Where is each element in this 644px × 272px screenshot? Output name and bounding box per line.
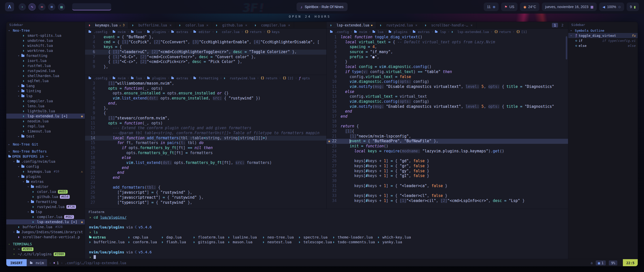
tabpage-2[interactable]: 2 [559,23,566,27]
workspace-button-terminal[interactable]: › [19,3,26,11]
line-number: 8 [327,70,341,75]
close-icon[interactable]: × [415,23,417,27]
date-chip[interactable]: jueves, noviembre 16, 2023 ▦ [542,3,597,11]
line-number: 20 [85,165,99,171]
weather-chip[interactable]: ◉ 24°C [520,3,539,11]
tree-item-shellharden-lua[interactable]: ◗shellharden.lua [6,73,85,78]
tree-item-sqlfmt-lua[interactable]: ◗sqlfmt.lua [6,78,85,83]
terminal-prompt-line: › [89,255,568,259]
tree-item-timeout-lua[interactable]: ◗timeout.lua [6,129,85,134]
folder-icon [89,77,91,79]
tree-item-compiler-lua[interactable]: ◗compiler.lua [6,98,85,104]
buffer-item-compiler-lua[interactable]: ◗compiler.lua#682 [6,214,85,219]
tab-scrollbar-handle[interactable]: ◗scrollbar-handle-…× [421,22,476,28]
tabpage-1[interactable]: 1 [552,23,558,27]
buffer-item-scrollbar-handle-vertical-p[interactable]: ◗scrollbar-handle-vertical.p [6,234,85,240]
tree-item-linting[interactable]: ▸linting [6,88,85,93]
tree-item-lang[interactable]: ▸lang [6,83,85,88]
buffer-item-formatting[interactable]: ▾formatting [6,199,85,204]
buffer-item-config[interactable]: ▾config [6,164,85,169]
updates-chip[interactable]: 11 ⊕ [484,3,499,11]
section-neo-tree-buffers[interactable]: ▾ Neo-Tree Buffers [6,149,85,154]
topbar-search-input[interactable] [72,3,111,10]
buffer-item-juegos-indies-steamlibrary-st[interactable]: ▾Juegos/Indies/SteamLibrary/st [6,229,85,234]
symbol-if[interactable]: ◇ifif type(config.vi [568,38,638,43]
tree-item-rustfmt-lua[interactable]: ◗rustfmt.lua [6,63,85,68]
line-number: 19 [327,124,341,129]
code-line: vim.list_extend(dst: opts.formatters_by_… [99,160,326,165]
buffer-item-rustywind-lua[interactable]: ◗rustywind.lua#726 [6,204,85,209]
scrollbar-handle[interactable] [566,36,567,59]
breadcrumb-separator-icon: › [109,30,111,33]
close-icon[interactable]: × [245,23,247,27]
breadcrumb-item-lua: lua [131,30,142,34]
tree-item-lens-lua[interactable]: ◗lens.lua [6,104,85,109]
tree-item-worktree-lua[interactable]: ◗worktree.lua [6,48,85,53]
music-note-icon: ♪ [301,5,303,9]
close-icon[interactable]: × [471,23,473,27]
battery-chip[interactable]: 9 ▮ [627,3,639,11]
tree-item-isort-lua[interactable]: ◗isort.lua [6,58,85,63]
buffer-item-editor[interactable]: ▾editor [6,184,85,189]
breadcrumb-separator-icon: › [295,76,297,80]
section-terminals[interactable]: › TERMINALS [6,242,85,247]
workspace-editor-icon: ✎ [31,5,33,9]
section-neo-tree-git[interactable]: ▸ Neo-Tree Git [6,142,85,147]
buffer-number-badge: #328 [54,225,64,229]
symbol-else[interactable]: ◇elseelse [568,43,638,48]
buffer-item-lsp[interactable]: ▾lsp [6,209,85,214]
terminals-list: ›~#2859›~/.c/n/l/plugins#3980 [6,247,85,257]
tab-rustywind-lua[interactable]: ◗rustywind.lua× [376,22,421,28]
tree-item-smart-splits-lua[interactable]: ◗smart-splits.lua [6,33,85,38]
buffer-item-extras[interactable]: ▾extras [6,179,85,184]
tab-lsp-extended-lua[interactable]: ◗lsp-extended.lua● [327,22,376,28]
workspace-button-notes[interactable]: ▤ [58,3,65,11]
breadcrumb-label: plugins [152,76,166,80]
tab-count-pill: ▦ 1 [596,260,606,265]
buffer-item-config-nvim-lua[interactable]: ▾.config/nvim/lua [6,159,85,164]
tree-item-rustywind-lua[interactable]: ◗rustywind.lua [6,68,85,73]
tree-item-formatting[interactable]: ▾formatting [6,53,85,58]
tree-item-test[interactable]: ▸test [6,134,85,139]
keyboard-layout-chip[interactable]: ⚑ US [501,3,517,11]
ls-entry-cmp-lua: ◗cmp.lua [128,235,162,240]
terminal-item-c-n-l-plugins[interactable]: ›~/.c/n/l/plugins#3980 [6,252,85,257]
close-icon[interactable]: × [288,23,290,27]
buffer-item-color-lua[interactable]: ◗color.lua#493 [6,189,85,194]
buffer-item-bufferline-lua[interactable]: ◗bufferline.lua#328 [6,224,85,229]
symbol-toggle-diag-virtext[interactable]: ▾ƒtoggle_diag_virtextfu [568,33,638,38]
workspace-button-editor[interactable]: ✎ [28,3,36,11]
app-launcher-button[interactable]: Λ [5,2,14,11]
folder-icon [354,31,357,33]
tree-item-neodim-lua[interactable]: ◗neodim.lua [6,119,85,124]
lua-moon-icon: ☾ [135,225,137,230]
workspace-button-link[interactable]: ∞ [38,3,46,11]
buffer-item-plugins[interactable]: ▾plugins [6,174,85,179]
buffer-item-keymaps-lua[interactable]: ◗keymaps.lua#10⚠ [6,169,85,174]
volume-chip[interactable]: ◀ 100% ⊙ [599,3,624,11]
tab-compiler-lua[interactable]: ◗compiler.lua× [251,22,294,28]
tab-bufferline-lua[interactable]: ◗bufferline.lua× [128,22,175,28]
tab-color-lua[interactable]: ◗color.lua× [175,22,212,28]
close-icon[interactable]: × [170,23,172,27]
battery-icon: ▮ [634,5,636,9]
section-symbols-outline[interactable]: ▾ Symbols Outline [568,28,638,33]
tree-item-repl-lua[interactable]: ◗repl.lua [6,124,85,129]
music-widget[interactable]: ♪ Spiritbox - Rule Of Nines [297,3,348,11]
terminal-item-[interactable]: ›~#2859 [6,247,85,252]
section-neo-tree[interactable]: ▾ Neo-Tree [6,28,85,33]
tab-keymaps-lua[interactable]: ◗keymaps.lua⚠3 [85,22,128,28]
tree-item-winshift-lua[interactable]: ◗winshift.lua [6,43,85,48]
close-icon[interactable]: × [206,23,208,27]
tab-github-lua[interactable]: ◗github.lua× [212,22,251,28]
tree-item-lsp[interactable]: ▾lsp [6,93,85,98]
chevron-down-icon: ▾ [8,29,11,32]
tree-item-lightbulb-lua[interactable]: ◗lightbulb.lua [6,109,85,114]
workspace-button-windows[interactable]: ⊞ [48,3,55,11]
tree-item-undotree-lua[interactable]: ◗undotree.lua [6,38,85,43]
terminal-via: via [126,250,133,255]
buffer-item-lsp-extended-lu[interactable]: ◗lsp-extended.lu [+]◉ [6,219,85,224]
breadcrumb-label: rustywind.lua [230,76,255,80]
buffer-item-github-lua[interactable]: ◗github.lua#654 [6,194,85,199]
tree-item-lsp-extended-lu[interactable]: ◗lsp-extended.lu [+]◉ [6,114,85,119]
